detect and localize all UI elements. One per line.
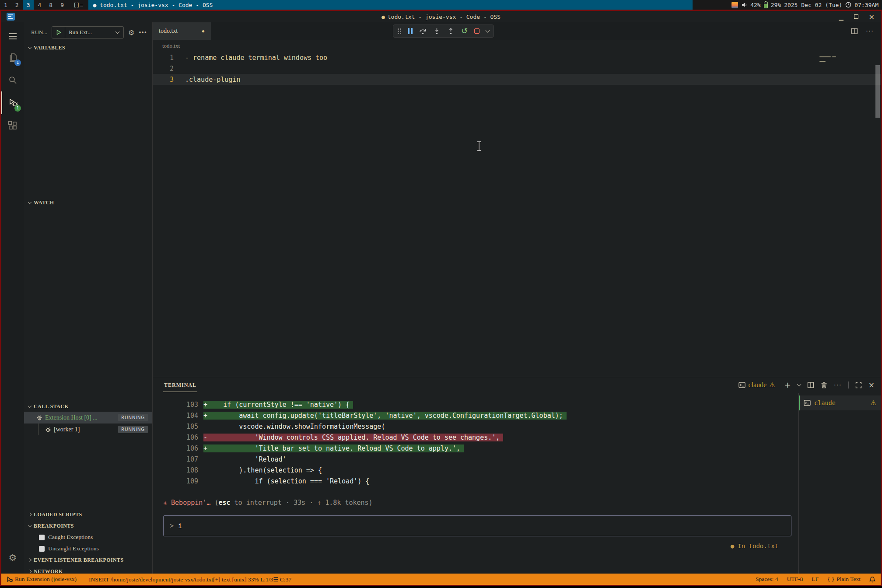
warning-icon: ⚠	[769, 382, 775, 388]
workspace-4[interactable]: 4	[34, 0, 45, 10]
terminal-tab-claude[interactable]: claude ⚠	[799, 396, 881, 410]
debug-settings-button[interactable]: ⚙	[128, 28, 134, 37]
section-loaded-scripts[interactable]: LOADED SCRIPTS	[24, 509, 152, 520]
record-icon: ●	[731, 542, 734, 550]
mouse-ibeam-cursor	[476, 141, 482, 151]
terminal-icon	[804, 400, 811, 406]
minimap[interactable]	[818, 55, 845, 103]
chevron-down-icon	[28, 404, 32, 407]
split-editor-icon[interactable]	[851, 28, 858, 35]
chevron-down-icon	[28, 45, 32, 49]
start-debug-button[interactable]	[52, 27, 65, 38]
launch-config-dropdown[interactable]: Run Ext...	[65, 29, 116, 36]
call-stack-row-extension-host[interactable]: Extension Host [0] ... RUNNING	[24, 412, 152, 424]
section-variables[interactable]: VARIABLES	[24, 42, 152, 53]
gear-icon: ⚙	[9, 553, 17, 563]
terminal-tabs-list: claude ⚠	[798, 393, 881, 574]
chevron-down-icon[interactable]	[797, 382, 801, 387]
close-button[interactable]: ×	[869, 13, 875, 21]
diff-line: 107 'Reload'	[153, 454, 798, 465]
focused-window-title: ● todo.txt - josie-vsx - Code - OSS	[88, 0, 693, 10]
claude-context-indicator: ●In todo.txt	[153, 542, 798, 550]
modified-dot: ●	[382, 14, 385, 20]
breadcrumb[interactable]: todo.txt	[153, 40, 881, 52]
section-breakpoints[interactable]: BREAKPOINTS	[24, 520, 152, 532]
clock-icon	[845, 2, 851, 8]
panel-header: TERMINAL claude ⚠ + ···	[153, 377, 881, 393]
chevron-right-icon	[28, 513, 32, 516]
sidebar-item-search[interactable]	[1, 69, 24, 91]
tab-terminal[interactable]: TERMINAL	[163, 378, 197, 392]
claude-prompt-input[interactable]: > i	[163, 515, 791, 536]
notifications-bell-icon[interactable]	[869, 576, 875, 583]
debug-status-item[interactable]: Run Extension (josie-vsx)	[7, 576, 77, 583]
terminal-icon	[738, 382, 746, 388]
workspace-8[interactable]: 8	[45, 0, 56, 10]
more-actions-icon[interactable]: ···	[866, 28, 874, 35]
editor-line-1[interactable]: 1 - rename claude terminal windows too	[153, 52, 881, 63]
editor-line-3-current[interactable]: 3 .claude-plugin	[153, 74, 881, 85]
workspace-2[interactable]: 2	[11, 0, 23, 10]
diff-line: 104+ await config.update('titleBarStyle'…	[153, 410, 798, 421]
breakpoint-caught-exceptions: Caught Exceptions	[24, 532, 152, 543]
eol-status[interactable]: LF	[812, 576, 819, 583]
vim-mode-status[interactable]: INSERT /home/josie/development/josie-vsx…	[89, 576, 291, 583]
line-number: 1	[153, 54, 185, 62]
checkbox[interactable]	[39, 535, 45, 540]
workspace-9[interactable]: 9	[56, 0, 68, 10]
panel-more-actions[interactable]: ···	[834, 382, 842, 389]
minimize-button[interactable]	[839, 14, 844, 20]
workspace-3-active[interactable]: 3	[23, 0, 34, 10]
debug-sidebar: RUN... Run Ext... ⚙ ••• VARIABLES WATCH	[24, 22, 153, 574]
indentation-status[interactable]: Spaces: 4	[756, 576, 778, 583]
new-terminal-button[interactable]: +	[784, 381, 791, 389]
section-watch[interactable]: WATCH	[24, 197, 152, 208]
step-over-button[interactable]	[419, 28, 427, 35]
chevron-down-icon[interactable]	[486, 28, 490, 33]
editor-line-2[interactable]: 2	[153, 63, 881, 74]
section-network[interactable]: NETWORK	[24, 566, 152, 574]
section-call-stack[interactable]: CALL STACK	[24, 401, 152, 412]
sidebar-item-run-debug[interactable]: 1	[1, 91, 24, 114]
restart-button[interactable]: ↺	[461, 27, 468, 35]
volume-level: 42%	[750, 2, 760, 8]
diff-line: 106+ 'Title bar set to native. Reload VS…	[153, 443, 798, 454]
modified-dot: ●	[202, 28, 205, 35]
sidebar-item-explorer[interactable]: 1	[1, 46, 24, 69]
window-title: ●todo.txt - josie-vsx - Code - OSS	[1, 14, 881, 20]
call-stack-row-worker[interactable]: [worker 1] RUNNING	[24, 424, 152, 435]
maximize-panel-button[interactable]	[855, 382, 862, 388]
sidebar-item-extensions[interactable]	[1, 114, 24, 137]
tab-todo-txt[interactable]: todo.txt ●	[153, 22, 211, 40]
checkbox[interactable]	[39, 546, 45, 552]
split-terminal-button[interactable]	[807, 382, 814, 388]
encoding-status[interactable]: UTF-8	[787, 576, 803, 583]
drag-grip-icon[interactable]	[398, 28, 401, 34]
sidebar-title: RUN...	[31, 29, 47, 36]
editor-scrollbar[interactable]	[875, 65, 880, 118]
spinner-icon: ✳	[163, 499, 167, 507]
maximize-button[interactable]	[854, 14, 858, 20]
close-panel-button[interactable]: ×	[868, 382, 875, 389]
vscode-window: ●todo.txt - josie-vsx - Code - OSS × 1 1	[0, 10, 882, 586]
system-tray: 42% 29% 2025 Dec 02 (Tue) 07:39AM	[693, 0, 882, 10]
step-into-button[interactable]	[433, 28, 441, 35]
system-date: 2025 Dec 02 (Tue)	[784, 2, 842, 8]
terminal-selector[interactable]: claude ⚠	[738, 381, 775, 389]
status-bar: Run Extension (josie-vsx) INSERT /home/j…	[1, 574, 881, 585]
debug-more-actions-button[interactable]: •••	[139, 29, 147, 36]
step-out-button[interactable]	[447, 28, 455, 35]
stop-button[interactable]	[474, 28, 480, 34]
menu-button[interactable]	[1, 27, 24, 46]
tray-weather-icon	[732, 2, 738, 8]
explorer-badge: 1	[14, 60, 21, 66]
layout-indicator[interactable]: []=	[68, 0, 88, 10]
language-status[interactable]: { } Plain Text	[827, 576, 861, 583]
manage-button[interactable]: ⚙	[1, 546, 24, 569]
workspace-1[interactable]: 1	[0, 0, 11, 10]
section-event-listener-breakpoints[interactable]: EVENT LISTENER BREAKPOINTS	[24, 554, 152, 566]
kill-terminal-button[interactable]	[821, 382, 827, 388]
text-editor[interactable]: 1 - rename claude terminal windows too 2…	[153, 52, 881, 377]
launch-config-control: Run Ext...	[52, 26, 124, 38]
pause-button[interactable]	[408, 28, 413, 34]
